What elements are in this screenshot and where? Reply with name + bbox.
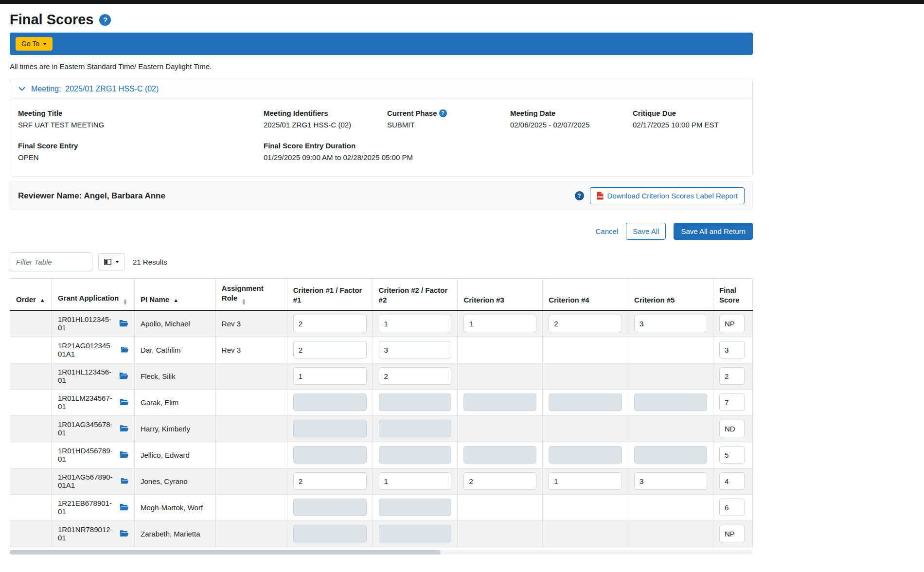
final-score-input[interactable] (719, 367, 745, 385)
meeting-identifiers-value: 2025/01 ZRG1 HSS-C (02) (264, 121, 387, 129)
save-all-button[interactable]: Save All (626, 223, 666, 240)
go-to-button[interactable]: Go To (16, 37, 53, 51)
final-score-input[interactable] (719, 446, 745, 464)
criterion-5-cell (628, 442, 713, 468)
final-score-input[interactable] (719, 420, 745, 437)
folder-open-icon[interactable] (120, 398, 128, 406)
download-criterion-scores-report-button[interactable]: PDF Download Criterion Scores Label Repo… (590, 187, 745, 204)
reviewer-help-icon[interactable]: ? (575, 191, 584, 200)
folder-open-icon[interactable] (120, 503, 128, 511)
go-to-label: Go To (21, 40, 39, 48)
grant-application-cell: 1R01LM234567-01 (52, 389, 134, 415)
criterion-1-cell (287, 389, 373, 415)
criterion-3-cell (458, 442, 543, 468)
save-all-and-return-button[interactable]: Save All and Return (674, 223, 753, 240)
criterion-1-cell (287, 415, 373, 442)
criterion-4-cell (543, 442, 628, 468)
criterion-3-score-input[interactable] (463, 315, 536, 332)
folder-open-icon[interactable] (119, 372, 128, 380)
sort-icon[interactable]: ▲▼ (241, 298, 246, 305)
criterion-1-cell (287, 494, 373, 520)
criterion-3-cell (458, 310, 543, 337)
criterion-1-score-input[interactable] (293, 472, 367, 490)
criterion-5-cell (628, 337, 713, 363)
folder-open-icon[interactable] (121, 346, 128, 354)
final-score-entry-duration-label: Final Score Entry Duration (264, 142, 745, 150)
criterion-1-score-input[interactable] (293, 315, 367, 332)
sort-icon[interactable]: ▲▼ (123, 298, 127, 305)
table-row: 1R21AG012345-01A1Dar, CathlimRev 3 (10, 337, 753, 363)
reviewer-name: Reviewer Name: Angel, Barbara Anne (18, 191, 165, 201)
criterion-3-cell (458, 337, 543, 363)
final-score-input[interactable] (719, 393, 745, 411)
folder-open-icon[interactable] (119, 320, 128, 327)
column-header-order[interactable]: Order▲ (10, 279, 52, 311)
page-help-icon[interactable]: ? (99, 14, 111, 26)
assignment-role-cell (215, 389, 287, 415)
column-header-assignment-role[interactable]: AssignmentRole▲▼ (215, 279, 287, 311)
criterion-5-score-input[interactable] (634, 472, 707, 490)
assignment-role-cell: Rev 3 (215, 310, 287, 337)
criterion-1-score-input (293, 525, 367, 542)
criterion-5-score-input[interactable] (634, 315, 707, 332)
column-header-criterion-4: Criterion #4 (543, 279, 628, 311)
column-label: Role (222, 294, 238, 302)
criterion-3-score-input[interactable] (463, 472, 536, 490)
final-score-input[interactable] (719, 341, 745, 358)
column-label: Criterion #1 / Factor #1 (293, 286, 362, 304)
folder-open-icon[interactable] (120, 451, 128, 459)
horizontal-scrollbar[interactable] (10, 550, 753, 554)
page-title: Final Scores (10, 12, 93, 28)
criterion-2-score-input[interactable] (379, 472, 452, 490)
scrollbar-thumb[interactable] (10, 550, 441, 554)
final-score-entry-duration-value: 01/29/2025 09:00 AM to 02/28/2025 05:00 … (264, 153, 745, 161)
sort-up-icon[interactable]: ▲ (40, 297, 45, 303)
criterion-2-score-input (379, 499, 452, 516)
table-columns-icon (104, 259, 111, 265)
criterion-2-score-input (379, 393, 452, 411)
sort-up-icon[interactable]: ▲ (173, 297, 178, 303)
criterion-2-score-input[interactable] (379, 315, 452, 332)
criterion-5-cell (628, 520, 713, 547)
pdf-icon: PDF (597, 192, 604, 200)
criterion-2-score-input[interactable] (379, 367, 452, 385)
criterion-5-cell (628, 415, 713, 442)
navigation-bar: Go To (10, 33, 753, 55)
criterion-5-cell (628, 468, 713, 494)
final-score-input[interactable] (719, 499, 745, 516)
criterion-2-cell (373, 310, 458, 337)
meeting-date-label: Meeting Date (510, 109, 633, 117)
final-score-input[interactable] (719, 525, 745, 542)
final-score-cell (713, 337, 752, 363)
criterion-1-score-input (293, 446, 367, 464)
final-score-input[interactable] (719, 472, 745, 490)
criterion-2-cell (373, 520, 458, 547)
folder-open-icon[interactable] (121, 477, 128, 485)
criterion-1-score-input[interactable] (293, 367, 367, 385)
folder-open-icon[interactable] (120, 530, 128, 537)
cancel-link[interactable]: Cancel (596, 227, 619, 235)
folder-open-icon[interactable] (120, 425, 128, 432)
criterion-2-score-input[interactable] (379, 341, 452, 358)
column-header-grant-application[interactable]: Grant Application▲▼ (52, 279, 134, 311)
criterion-1-score-input (293, 420, 367, 437)
criterion-4-score-input[interactable] (549, 315, 622, 332)
column-label: Final (719, 286, 736, 294)
criterion-1-score-input[interactable] (293, 341, 367, 358)
criterion-2-score-input (379, 446, 452, 464)
current-phase-help-icon[interactable]: ? (439, 109, 447, 117)
criterion-4-score-input[interactable] (549, 472, 622, 490)
column-header-pi-name[interactable]: PI Name▲ (134, 279, 215, 311)
column-visibility-button[interactable] (98, 253, 125, 270)
final-score-input[interactable] (719, 315, 745, 332)
pi-name-cell: Zarabeth, Marietta (134, 520, 215, 547)
grant-application-cell: 1R01HL012345-01 (52, 310, 134, 337)
critique-due-field: Critique Due 02/17/2025 10:00 PM EST (633, 109, 745, 129)
column-label: Criterion #5 (634, 296, 675, 304)
meeting-title-value: SRF UAT TEST MEETING (18, 121, 264, 129)
meeting-panel-header[interactable]: Meeting: 2025/01 ZRG1 HSS-C (02) (10, 78, 752, 100)
criterion-2-cell (373, 442, 458, 468)
filter-table-input[interactable] (10, 252, 92, 271)
criterion-4-cell (543, 363, 628, 389)
assignment-role-cell (215, 415, 287, 442)
